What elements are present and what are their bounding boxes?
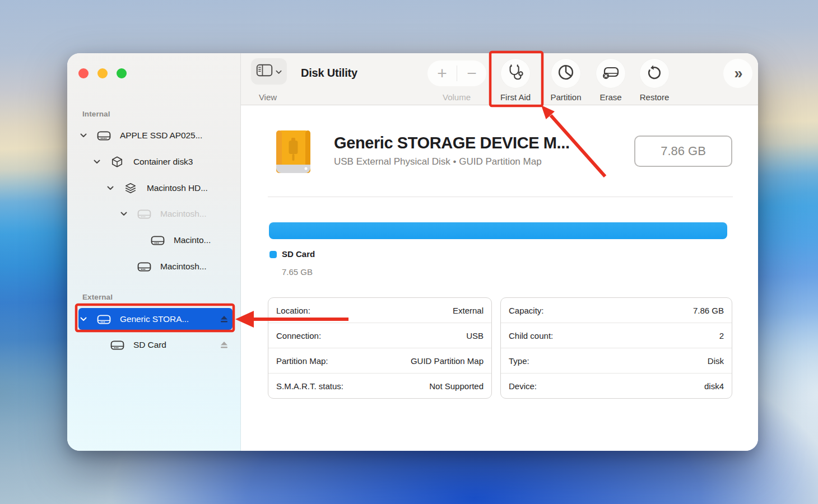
eject-icon[interactable]: [220, 340, 229, 349]
plus-icon: +: [437, 64, 447, 83]
sidebar-item-label: Macintosh...: [160, 209, 206, 219]
restore-label: Restore: [640, 92, 670, 102]
sidebar-item-macintosh-volume[interactable]: Macinto...: [67, 229, 241, 251]
info-label: Capacity:: [509, 306, 544, 315]
sidebar-item-macintosh-snapshot[interactable]: Macintosh...: [67, 255, 241, 278]
drive-icon: [137, 203, 151, 225]
info-value: Not Supported: [429, 381, 484, 391]
sidebar-item-macintosh-disabled[interactable]: Macintosh...: [67, 203, 241, 225]
info-row: Partition Map:GUID Partition Map: [268, 348, 491, 374]
drive-icon: [96, 124, 111, 147]
sidebar-toggle-icon: [256, 64, 273, 79]
info-value: External: [453, 306, 484, 315]
add-volume-button[interactable]: +: [427, 60, 457, 86]
volume-layers-icon: [123, 177, 138, 199]
info-value: disk4: [704, 381, 724, 391]
partition-button[interactable]: [551, 59, 580, 88]
disk-utility-window: Internal APPLE SSD AP025... Container di…: [67, 53, 758, 451]
info-row: Child count:2: [501, 323, 732, 348]
info-label: Location:: [276, 306, 310, 315]
restore-button[interactable]: [640, 59, 669, 88]
info-value: USB: [466, 331, 484, 340]
sidebar-item-label: Macintosh HD...: [147, 183, 208, 193]
info-label: Partition Map:: [276, 356, 328, 366]
volume-button-group: + −: [427, 60, 486, 86]
toolbar-overflow-button[interactable]: »: [723, 59, 752, 88]
external-drive-icon: [275, 130, 312, 175]
erase-label: Erase: [599, 92, 621, 102]
info-value: 7.86 GB: [693, 306, 724, 315]
view-button[interactable]: [251, 58, 287, 85]
info-value: GUID Partition Map: [411, 356, 484, 366]
legend-partition-size: 7.65 GB: [282, 267, 313, 277]
info-label: Device:: [509, 381, 537, 391]
minimize-button[interactable]: [97, 68, 108, 78]
info-value: 2: [719, 331, 724, 340]
drive-icon: [137, 255, 151, 278]
info-card-right: Capacity:7.86 GB Child count:2 Type:Disk…: [500, 297, 732, 399]
info-label: Connection:: [276, 331, 321, 340]
info-row: Location:External: [268, 298, 491, 323]
chevron-down-icon[interactable]: [119, 203, 128, 225]
drive-icon: [150, 229, 165, 251]
window-title: Disk Utility: [301, 67, 357, 80]
drive-icon: [110, 334, 124, 356]
sidebar-section-external: External: [82, 293, 113, 301]
minus-icon: −: [467, 64, 477, 83]
capacity-bar: [269, 222, 727, 239]
sidebar-item-generic-storage[interactable]: Generic STORA...: [67, 308, 241, 330]
zoom-button[interactable]: [117, 68, 127, 78]
first-aid-button[interactable]: [501, 59, 530, 88]
sidebar-item-label: SD Card: [133, 340, 166, 350]
sidebar-item-label: Macintosh...: [160, 262, 206, 272]
sidebar-item-label: APPLE SSD AP025...: [120, 130, 202, 141]
info-value: Disk: [708, 356, 724, 366]
info-row: S.M.A.R.T. status:Not Supported: [268, 374, 491, 399]
first-aid-label: First Aid: [500, 92, 531, 102]
pie-chart-icon: [557, 64, 574, 83]
erase-button[interactable]: [596, 59, 625, 88]
sidebar: Internal APPLE SSD AP025... Container di…: [67, 53, 241, 451]
drive-icon: [96, 308, 111, 330]
desktop-wallpaper: Internal APPLE SSD AP025... Container di…: [0, 0, 818, 504]
sidebar-item-label: Container disk3: [133, 157, 193, 167]
close-button[interactable]: [78, 68, 89, 78]
info-row: Connection:USB: [268, 323, 491, 348]
device-subtitle: USB External Physical Disk • GUID Partit…: [334, 156, 542, 167]
sidebar-item-sd-card[interactable]: SD Card: [67, 334, 241, 356]
remove-volume-button[interactable]: −: [457, 60, 486, 86]
device-title: Generic STORAGE DEVICE M...: [334, 134, 570, 152]
sidebar-item-label: Macinto...: [174, 235, 211, 245]
sidebar-item-macintosh-hd[interactable]: Macintosh HD...: [67, 177, 241, 199]
sidebar-item-label: Generic STORA...: [120, 314, 189, 324]
info-row: Capacity:7.86 GB: [501, 298, 732, 323]
rotate-ccw-icon: [646, 64, 663, 83]
partition-label: Partition: [550, 92, 581, 102]
divider: [268, 197, 733, 197]
chevron-down-icon[interactable]: [92, 151, 101, 173]
device-size-badge: 7.86 GB: [634, 136, 732, 167]
volume-label: Volume: [443, 92, 471, 102]
double-chevron-right-icon: »: [734, 65, 741, 82]
chevron-down-icon: [276, 67, 282, 77]
legend-swatch: [269, 251, 277, 258]
view-label: View: [259, 92, 277, 102]
toolbar: View Disk Utility + − Volume First Aid P…: [241, 53, 758, 105]
chevron-down-icon[interactable]: [79, 308, 88, 330]
info-row: Type:Disk: [501, 348, 732, 374]
chevron-down-icon[interactable]: [79, 124, 88, 147]
chevron-down-icon[interactable]: [106, 177, 115, 199]
sidebar-item-container-disk3[interactable]: Container disk3: [67, 151, 241, 173]
legend-partition-name: SD Card: [282, 249, 315, 259]
info-label: Child count:: [509, 331, 553, 340]
stethoscope-icon: [506, 63, 525, 84]
sidebar-section-internal: Internal: [82, 110, 110, 118]
sidebar-item-apple-ssd[interactable]: APPLE SSD AP025...: [67, 124, 241, 147]
main-content: Generic STORAGE DEVICE M... USB External…: [241, 106, 758, 451]
info-label: S.M.A.R.T. status:: [276, 381, 343, 391]
container-cube-icon: [110, 151, 124, 173]
info-label: Type:: [509, 356, 529, 366]
info-row: Device:disk4: [501, 374, 732, 399]
eject-icon[interactable]: [220, 315, 229, 323]
info-card-left: Location:External Connection:USB Partiti…: [268, 297, 492, 399]
